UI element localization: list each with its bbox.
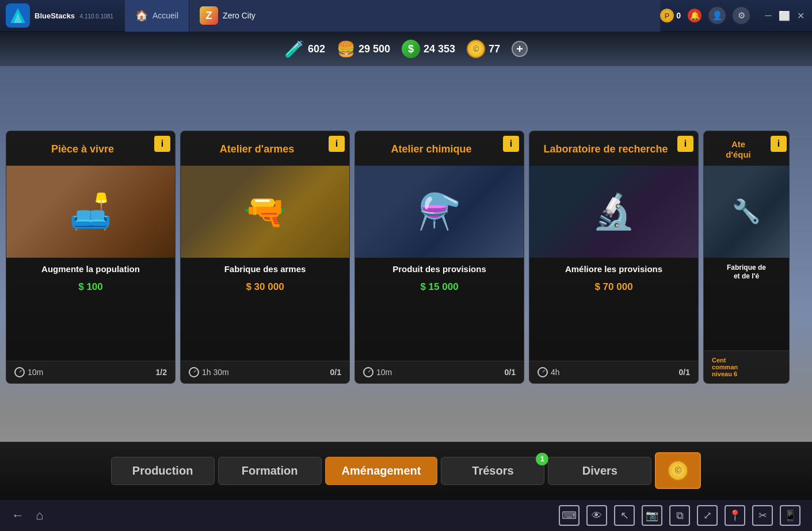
card-count-0: 1/2 (156, 368, 167, 377)
points-icon: P (660, 9, 674, 22)
home-button[interactable]: ⌂ (36, 508, 43, 523)
time-value-3: 4h (551, 368, 560, 377)
game-tab-label: Zero City (223, 11, 256, 20)
card-footer-3: 4h 0/1 (529, 361, 698, 383)
game-tab[interactable]: Z Zero City (189, 0, 660, 32)
coin-shop-button[interactable]: © (655, 452, 701, 489)
card-laboratoire[interactable]: i Laboratoire de recherche 🔬 Améliore le… (529, 131, 699, 384)
card-image-4: 🔧 (704, 166, 789, 258)
dollar-value: 24 353 (424, 43, 455, 55)
phone-button[interactable]: 📱 (780, 505, 800, 526)
card-time-0: 10m (14, 367, 43, 377)
card-piece-vivre[interactable]: i Pièce à vivre 🛋️ Augmente la populatio… (6, 131, 176, 384)
card-atelier-armes[interactable]: i Atelier d'armes 🔫 Fabrique des armes $… (180, 131, 350, 384)
tab-divers[interactable]: Divers (548, 457, 651, 485)
tab-tresors[interactable]: Trésors 1 (441, 457, 544, 485)
card-title-0: Pièce à vivre (6, 131, 175, 166)
coin-value: 77 (489, 43, 500, 55)
card-count-3: 0/1 (679, 368, 690, 377)
tab-amenagement[interactable]: Aménagement (325, 457, 438, 485)
card-count-4: Centcommanniveau 6 (712, 357, 738, 377)
card-title-2: Atelier chimique (355, 131, 524, 166)
tab-divers-label: Divers (582, 464, 617, 477)
coin-icon: © (467, 40, 485, 58)
card-desc-3: Améliore les provisions (529, 258, 698, 278)
card-price-1: $ 30 000 (181, 278, 349, 296)
dollar-sign-2: $ (420, 281, 428, 292)
home-tab[interactable]: 🏠 Accueil (125, 0, 189, 32)
close-button[interactable]: ✕ (795, 10, 806, 21)
cursor-button[interactable]: ↖ (614, 505, 635, 526)
card-atelier-chimique[interactable]: i Atelier chimique ⚗️ Produit des provis… (354, 131, 524, 384)
card-atelier-equip[interactable]: i Ated'équi 🔧 Fabrique deet de l'é Centc… (703, 131, 790, 384)
settings-button[interactable]: ⚙ (733, 7, 750, 24)
location-button[interactable]: 📍 (725, 505, 745, 526)
minimize-button[interactable]: ─ (763, 10, 774, 21)
dollar-sign-3: $ (594, 281, 603, 292)
card-img-icon-3: 🔬 (529, 166, 698, 258)
tab-production-label: Production (132, 464, 193, 477)
window-controls: ─ ⬜ ✕ (763, 10, 806, 21)
tab-formation[interactable]: Formation (218, 457, 322, 485)
card-image-1: 🔫 (181, 166, 349, 258)
card-image-0: 🛋️ (6, 166, 175, 258)
taskbar: ← ⌂ ⌨ 👁 ↖ 📷 ⧉ ⤢ 📍 ✂ 📱 (0, 499, 812, 531)
card-footer-1: 1h 30m 0/1 (181, 361, 349, 383)
restore-button[interactable]: ⬜ (779, 10, 790, 21)
notification-bell[interactable]: 🔔 (688, 9, 702, 22)
card-time-2: 10m (363, 367, 392, 377)
card-img-icon-2: ⚗️ (355, 166, 524, 258)
card-desc-1: Fabrique des armes (181, 258, 349, 278)
add-resource-button[interactable]: + (512, 41, 528, 57)
profile-button[interactable]: 👤 (708, 7, 726, 24)
price-value-2: 15 000 (429, 281, 459, 292)
camera-button[interactable]: 📷 (642, 505, 662, 526)
coin-resource: © 77 (467, 40, 500, 58)
card-title-3: Laboratoire de recherche (529, 131, 698, 166)
points-display: P 0 (660, 9, 681, 22)
info-badge-1[interactable]: i (329, 136, 345, 152)
keyboard-button[interactable]: ⌨ (559, 505, 580, 526)
info-badge-0[interactable]: i (154, 136, 170, 152)
expand-button[interactable]: ⤢ (697, 505, 718, 526)
bluestacks-logo (6, 3, 30, 28)
info-badge-4[interactable]: i (771, 136, 787, 152)
home-tab-label: Accueil (153, 11, 178, 20)
game-icon: Z (200, 6, 218, 25)
tresors-badge: 1 (536, 453, 548, 465)
card-time-3: 4h (537, 367, 560, 377)
card-img-icon-1: 🔫 (181, 166, 349, 258)
time-value-2: 10m (376, 368, 392, 377)
resource-bar: 🧪 602 🍔 29 500 $ 24 353 © 77 + (0, 32, 812, 66)
taskbar-left: ← ⌂ (12, 508, 43, 523)
price-value-0: 100 (86, 281, 102, 292)
points-value: 0 (676, 11, 681, 20)
bottom-navigation: Production Formation Aménagement Trésors… (0, 442, 812, 499)
info-badge-2[interactable]: i (503, 136, 519, 152)
multiscreen-button[interactable]: ⧉ (669, 505, 690, 526)
back-button[interactable]: ← (12, 508, 24, 523)
card-title-1: Atelier d'armes (181, 131, 349, 166)
tab-tresors-label: Trésors (472, 464, 513, 477)
card-img-icon-0: 🛋️ (6, 166, 175, 258)
dollar-icon: $ (402, 40, 420, 58)
price-value-3: 70 000 (603, 281, 633, 292)
burger-icon: 🍔 (337, 40, 355, 58)
card-footer-0: 10m 1/2 (6, 361, 175, 383)
card-price-0: $ 100 (6, 278, 175, 296)
card-desc-4: Fabrique deet de l'é (704, 258, 789, 285)
titlebar-controls: P 0 🔔 👤 ⚙ ─ ⬜ ✕ (660, 7, 806, 24)
card-footer-4: Centcommanniveau 6 (704, 350, 789, 383)
scissors-button[interactable]: ✂ (752, 505, 773, 526)
clock-icon-0 (14, 367, 25, 377)
card-desc-2: Produit des provisions (355, 258, 524, 278)
card-img-icon-4: 🔧 (704, 166, 789, 258)
eye-button[interactable]: 👁 (586, 505, 607, 526)
info-badge-3[interactable]: i (677, 136, 693, 152)
card-count-2: 0/1 (505, 368, 516, 377)
clock-icon-1 (189, 367, 199, 377)
cards-container: i Pièce à vivre 🛋️ Augmente la populatio… (0, 72, 812, 442)
tab-production[interactable]: Production (111, 457, 215, 485)
card-time-1: 1h 30m (189, 367, 229, 377)
tab-formation-label: Formation (242, 464, 298, 477)
